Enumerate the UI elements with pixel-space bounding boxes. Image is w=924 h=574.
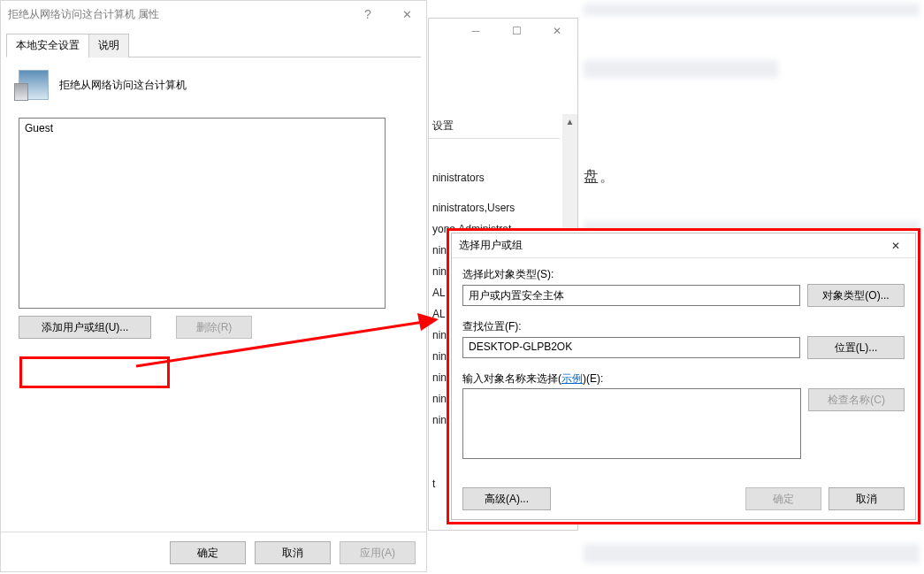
tabs: 本地安全设置 说明 [6,33,421,57]
select-ok-button: 确定 [745,487,821,510]
close-button[interactable]: ✕ [387,1,426,27]
policy-name: 拒绝从网络访问这台计算机 [59,78,187,93]
user-list[interactable]: Guest [19,118,386,309]
add-user-or-group-button[interactable]: 添加用户或组(U)... [19,316,151,339]
object-names-input[interactable] [462,388,801,459]
policy-icon [19,70,49,100]
bg-row[interactable]: ninistrators [429,167,560,188]
object-names-label: 输入对象名称来选择(示例)(E): [462,371,905,386]
tab-explain[interactable]: 说明 [88,34,129,57]
bg-row[interactable]: ninistrators,Users [429,197,560,218]
select-user-or-group-dialog: 选择用户或组 ✕ 选择此对象类型(S): 用户或内置安全主体 对象类型(O)..… [447,228,920,524]
tab-local-security[interactable]: 本地安全设置 [6,34,89,57]
scroll-up-icon[interactable]: ▲ [562,114,577,129]
cancel-button[interactable]: 取消 [255,541,331,564]
object-type-label: 选择此对象类型(S): [462,267,905,282]
background-text: 盘。 [584,166,615,187]
select-dialog-titlebar[interactable]: 选择用户或组 ✕ [452,233,915,258]
annotation-highlight-add [19,356,170,388]
select-dialog-close-button[interactable]: ✕ [876,233,915,258]
help-button[interactable]: ? [348,1,387,27]
location-label: 查找位置(F): [462,319,905,334]
bg-max-button[interactable]: ☐ [496,19,537,43]
object-type-field: 用户或内置安全主体 [462,285,800,306]
bg-column-header[interactable]: 设置 [429,114,560,139]
apply-button: 应用(A) [340,541,416,564]
delete-button: 删除(R) [176,316,252,339]
locations-button[interactable]: 位置(L)... [807,336,905,359]
advanced-button[interactable]: 高级(A)... [462,487,551,510]
example-link[interactable]: 示例 [561,372,583,385]
ok-button[interactable]: 确定 [170,541,246,564]
select-dialog-title: 选择用户或组 [459,238,523,253]
user-list-item[interactable]: Guest [25,122,379,134]
check-names-button: 检查名称(C) [808,388,905,411]
object-types-button[interactable]: 对象类型(O)... [807,284,905,307]
properties-dialog: 拒绝从网络访问这台计算机 属性 ? ✕ 本地安全设置 说明 拒绝从网络访问这台计… [0,0,427,572]
window-title: 拒绝从网络访问这台计算机 属性 [8,7,159,22]
location-field: DESKTOP-GLPB2OK [462,337,800,358]
bg-min-button[interactable]: ─ [455,19,496,43]
select-cancel-button[interactable]: 取消 [829,487,905,510]
bg-close-button[interactable]: ✕ [537,19,577,43]
titlebar[interactable]: 拒绝从网络访问这台计算机 属性 ? ✕ [1,1,426,27]
